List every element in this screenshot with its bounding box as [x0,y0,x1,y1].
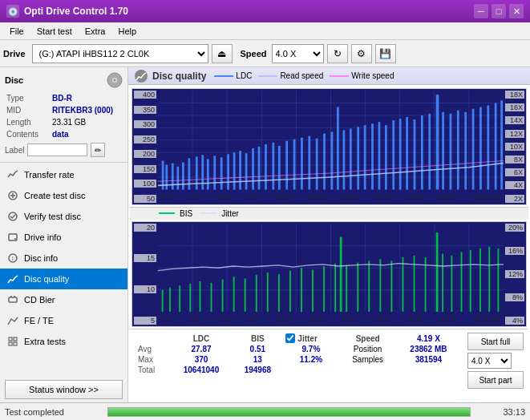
start-part-button[interactable]: Start part [467,371,524,389]
svg-point-2 [114,79,116,82]
empty2 [396,365,461,375]
sidebar-item-verify-test[interactable]: Verify test disc [0,206,127,227]
close-button[interactable]: ✕ [509,4,524,18]
svg-rect-43 [207,159,209,189]
svg-rect-52 [265,144,267,190]
svg-rect-107 [245,278,246,312]
legend-bis: BIS [159,209,192,218]
svg-rect-74 [421,115,423,190]
svg-rect-72 [406,117,408,190]
y2-5: 5 [134,317,156,325]
menu-start-test[interactable]: Start test [30,25,79,38]
ldc-label: LDC [236,71,252,80]
yr2-8pct: 8% [505,293,524,301]
disc-header: Disc [5,72,123,88]
label-input[interactable] [27,143,87,156]
svg-rect-120 [379,259,381,312]
menu-help[interactable]: Help [111,25,143,38]
minimize-button[interactable]: ─ [474,4,488,18]
y2-20: 20 [134,224,156,232]
maximize-button[interactable]: □ [492,4,506,18]
eject-button[interactable]: ⏏ [212,44,233,63]
svg-rect-75 [428,114,431,190]
create-test-icon [6,189,19,202]
svg-rect-125 [436,232,439,312]
verify-test-icon [6,210,19,223]
jitter-checkbox[interactable] [285,333,295,343]
read-label: Read speed [280,71,323,80]
stats-max-row: Max 370 13 11.2% Samples 381594 [135,354,461,365]
sidebar-item-disc-info[interactable]: i Disc info [0,248,127,269]
svg-rect-67 [371,123,374,189]
content-header: Disc quality LDC Read speed Write speed [128,67,530,85]
speed-select[interactable]: 4.0 X 1.0 X 2.0 X 8.0 X MAX [272,44,324,63]
nav-label-fe-te: FE / TE [24,316,54,325]
drive-info-icon [6,231,19,244]
position-value: 23862 MB [396,344,461,354]
nav-label-disc-quality: Disc quality [24,274,69,284]
svg-rect-76 [436,95,439,189]
sidebar-item-create-test[interactable]: Create test disc [0,185,127,206]
refresh-button[interactable]: ↻ [327,44,348,63]
svg-point-8 [14,238,16,240]
svg-rect-129 [470,250,471,312]
nav-label-transfer-rate: Transfer rate [24,170,75,180]
svg-rect-65 [357,127,359,189]
charts-container: 400 350 300 250 200 150 100 50 18X 16X 1… [128,85,530,402]
mid-label: MID [6,105,51,115]
length-value: 23.31 GB [52,117,121,127]
jitter-line [200,212,216,214]
stats-total-row: Total 10641040 194968 [135,365,461,375]
drive-select[interactable]: (G:) ATAPI iHBS112 2 CL0K [32,44,208,63]
save-button[interactable]: 💾 [375,44,396,63]
label-edit-button[interactable]: ✏ [91,143,105,157]
content-area: Disc quality LDC Read speed Write speed [128,67,530,402]
menu-file[interactable]: File [3,25,30,38]
status-time: 33:13 [477,407,525,417]
sidebar-item-extra-tests[interactable]: Extra tests [0,331,127,352]
sidebar-item-transfer-rate[interactable]: Transfer rate [0,164,127,185]
svg-rect-111 [289,270,291,312]
sidebar-item-fe-te[interactable]: FE / TE [0,310,127,331]
label-row: Label ✏ [5,143,123,157]
sidebar-item-drive-info[interactable]: Drive info [0,227,127,248]
content-header-icon [135,70,148,83]
yr-10x: 10X [505,143,524,151]
yr2-12pct: 12% [505,270,524,278]
write-speed-line [330,75,349,77]
svg-rect-100 [169,287,171,312]
total-bis: 194968 [233,365,282,375]
yr-8x: 8X [505,155,524,164]
menu-extra[interactable]: Extra [79,25,112,38]
chart2-y-axis-left: 20 15 10 5 [132,222,158,326]
speed-select-stats[interactable]: 4.0 X [467,353,512,369]
stats-table: LDC BIS Jitter Speed 4.19 X [135,333,461,375]
svg-rect-56 [293,139,296,190]
menu-bar: File Start test Extra Help [0,22,530,40]
sidebar-item-cd-bier[interactable]: CD Bier [0,289,127,310]
status-window-button[interactable]: Status window >> [5,380,123,399]
title-bar: 💿 Opti Drive Control 1.70 ─ □ ✕ [0,0,530,22]
jitter-col-label: Jitter [297,334,317,343]
svg-rect-115 [334,263,336,312]
svg-rect-63 [342,130,345,189]
settings-button[interactable]: ⚙ [351,44,372,63]
sidebar-item-disc-quality[interactable]: Disc quality [0,269,127,289]
contents-value: data [52,129,121,139]
svg-rect-61 [331,131,334,189]
max-label: Max [135,354,170,365]
svg-rect-126 [442,253,443,312]
svg-text:i: i [12,256,14,261]
fe-te-icon [6,314,19,327]
svg-rect-47 [233,152,236,189]
status-text: Test completed [5,407,101,417]
svg-rect-53 [272,143,274,190]
position-label: Position [339,344,395,354]
start-full-button[interactable]: Start full [467,333,524,350]
nav-label-verify-test: Verify test disc [24,212,81,221]
speed-label: Speed [241,49,267,59]
svg-rect-58 [308,136,310,190]
stats-avg-row: Avg 27.87 0.51 9.7% Position 23862 MB [135,344,461,354]
chart-ldc: 400 350 300 250 200 150 100 50 18X 16X 1… [131,88,527,205]
yr2-4pct: 4% [505,317,524,325]
